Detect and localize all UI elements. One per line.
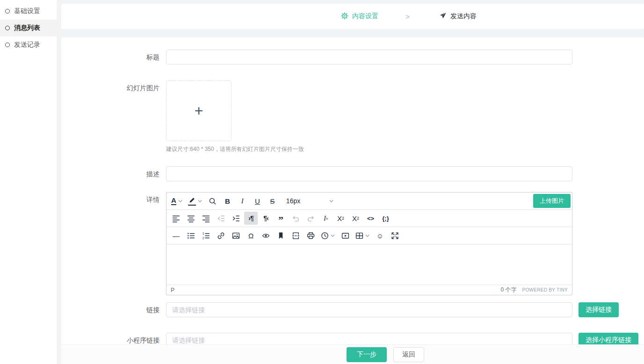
media-icon: [341, 232, 349, 240]
media-button[interactable]: [339, 229, 352, 242]
editor-toolbar-row-1: ABIUS 16px 上传图片: [166, 193, 572, 210]
chevron-down-icon: [178, 199, 183, 204]
main-column: 内容设置 > 发送内容 标题 幻灯片图片: [61, 0, 644, 364]
next-step-button[interactable]: 下一步: [347, 347, 387, 362]
editor-content-area[interactable]: [166, 244, 572, 285]
superscript-icon: X2: [352, 215, 359, 222]
subscript-button[interactable]: X2: [334, 212, 347, 225]
clock-icon: [321, 232, 329, 240]
code-sample-icon: {;}: [382, 215, 389, 221]
clear-format-icon: Ix: [324, 215, 328, 222]
preview-button[interactable]: [259, 229, 273, 242]
detail-label: 详情: [61, 192, 166, 295]
redo-button: [304, 212, 318, 225]
svg-text:1: 1: [203, 232, 204, 235]
image-icon: [232, 232, 240, 240]
slides-row: 幻灯片图片 + 建议尺寸:640 * 350，请将所有幻灯片图片尺寸保持一致: [61, 80, 644, 153]
select-miniprogram-link-button[interactable]: 选择小程序链接: [579, 333, 638, 344]
highlight-color-button[interactable]: [186, 194, 204, 207]
editor-upload-image-button[interactable]: 上传图片: [533, 194, 571, 208]
align-center-button[interactable]: [184, 212, 198, 225]
code-button[interactable]: <>: [364, 212, 377, 225]
table-button[interactable]: [354, 229, 372, 242]
tiny-branding[interactable]: POWERED BY TINY: [522, 287, 568, 293]
chevron-down-icon: [365, 233, 370, 238]
step-content-settings[interactable]: 内容设置: [341, 12, 378, 21]
back-button[interactable]: 返回: [393, 347, 424, 362]
insert-link-button[interactable]: [214, 229, 228, 242]
underline-button[interactable]: U: [251, 194, 264, 207]
link-label: 链接: [61, 302, 166, 317]
text-color-icon: A: [171, 197, 176, 205]
anchor-button[interactable]: [274, 229, 288, 242]
blockquote-icon: ”: [278, 215, 283, 225]
emoticons-button[interactable]: ☺: [373, 229, 387, 242]
slide-upload-box[interactable]: +: [166, 80, 232, 141]
sidebar-item-active[interactable]: 消息列表: [0, 20, 57, 36]
text-color-button[interactable]: A: [169, 194, 185, 207]
sidebar-item-label: 发送记录: [14, 41, 40, 49]
align-left-icon: [172, 214, 180, 222]
align-right-icon: [202, 214, 210, 222]
slides-label: 幻灯片图片: [61, 80, 166, 153]
table-icon: [355, 232, 363, 240]
redo-icon: [307, 214, 315, 222]
miniprogram-link-input[interactable]: [166, 333, 572, 344]
sidebar-item-link[interactable]: 发送记录: [0, 36, 57, 53]
insert-image-button[interactable]: [229, 229, 243, 242]
horizontal-rule-button[interactable]: —: [169, 229, 183, 242]
step-separator-icon: >: [405, 13, 410, 21]
search-replace-button[interactable]: [206, 194, 219, 207]
eye-icon: [262, 232, 270, 240]
bold-icon: B: [225, 198, 230, 205]
italic-button[interactable]: I: [236, 194, 249, 207]
pagebreak-icon: [292, 232, 300, 240]
align-center-icon: [187, 214, 195, 222]
numbered-list-button[interactable]: 12: [199, 229, 213, 242]
blockquote-button[interactable]: ”: [274, 212, 288, 225]
fullscreen-icon: [391, 232, 399, 240]
print-button[interactable]: [304, 229, 318, 242]
element-path: P: [171, 287, 174, 293]
title-input[interactable]: [166, 50, 572, 64]
chevron-down-icon: [329, 199, 334, 204]
special-char-button[interactable]: Ω: [244, 229, 258, 242]
font-size-select[interactable]: 16px: [282, 194, 338, 207]
outdent-icon: [217, 214, 225, 222]
strikethrough-icon: S: [270, 198, 275, 205]
select-link-button[interactable]: 选择链接: [579, 302, 619, 317]
ltr-button[interactable]: ›¶: [244, 212, 258, 225]
datetime-button[interactable]: [319, 229, 337, 242]
circle-icon: [5, 43, 10, 47]
sidebar-item-label: 消息列表: [14, 24, 40, 32]
footer-bar: 下一步 返回: [61, 344, 644, 364]
list-ul-icon: [187, 232, 195, 240]
superscript-button[interactable]: X2: [349, 212, 362, 225]
pen-icon: [188, 196, 196, 206]
strikethrough-button[interactable]: S: [266, 194, 279, 207]
step-send-content[interactable]: 发送内容: [440, 12, 477, 21]
align-left-button[interactable]: [169, 212, 183, 225]
undo-button: [289, 212, 303, 225]
steps-bar: 内容设置 > 发送内容: [61, 4, 644, 29]
indent-button[interactable]: [229, 212, 243, 225]
code-sample-button[interactable]: {;}: [379, 212, 392, 225]
link-input[interactable]: [166, 302, 572, 317]
rtl-button[interactable]: ¶‹: [259, 212, 273, 225]
bold-button[interactable]: B: [221, 194, 234, 207]
content-panel: 标题 幻灯片图片 + 建议尺寸:640 * 350，请将所有幻灯片图片尺寸保持一…: [61, 37, 644, 344]
fullscreen-button[interactable]: [388, 229, 402, 242]
page-break-button[interactable]: [289, 229, 303, 242]
chevron-down-icon: [330, 233, 335, 238]
align-right-button[interactable]: [199, 212, 213, 225]
step-label: 发送内容: [450, 12, 477, 21]
clear-format-button[interactable]: Ix: [319, 212, 333, 225]
word-count: 0 个字: [501, 286, 517, 294]
sidebar-item-label: 基础设置: [14, 7, 40, 15]
sidebar-item-link[interactable]: 基础设置: [0, 3, 57, 20]
special-char-icon: Ω: [248, 232, 253, 239]
bullet-list-button[interactable]: [184, 229, 198, 242]
list-ol-icon: 12: [202, 232, 210, 240]
description-input[interactable]: [166, 166, 572, 181]
miniprogram-link-row: 小程序链接 选择小程序链接: [61, 333, 644, 344]
